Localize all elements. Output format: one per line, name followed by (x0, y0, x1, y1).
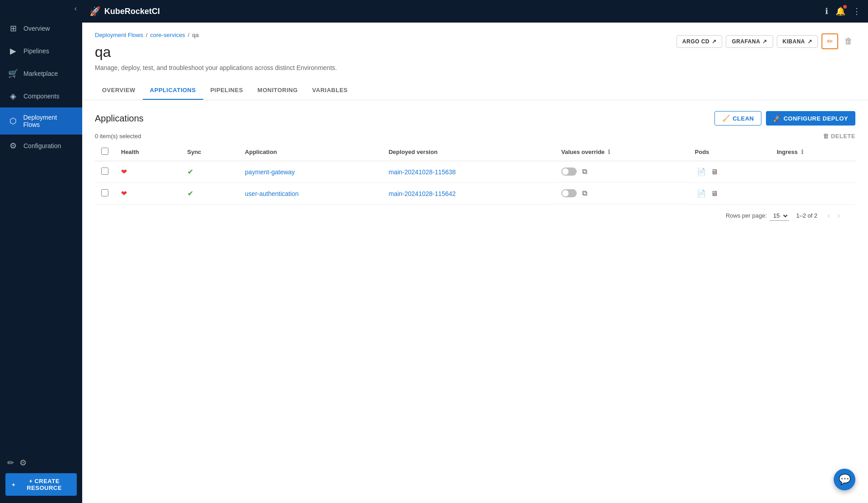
health-icon: ❤ (121, 190, 127, 197)
configure-deploy-button[interactable]: 🚀 CONFIGURE DEPLOY (766, 111, 855, 126)
edit-button[interactable]: ✏ (821, 33, 838, 49)
col-ingress: Ingress ℹ (770, 143, 855, 161)
rows-per-page-select[interactable]: 15 25 50 (770, 211, 789, 221)
clean-button[interactable]: 🧹 CLEAN (714, 111, 762, 126)
section-title: Applications (95, 113, 144, 124)
broom-icon: 🧹 (722, 115, 730, 122)
page-header: Deployment Flows / core-services / qa qa… (82, 23, 868, 79)
pods-terminal-icon[interactable]: 🖥 (709, 189, 720, 199)
application-link[interactable]: user-authentication (245, 190, 299, 197)
deployed-version-link[interactable]: main-20241028-115642 (388, 190, 456, 197)
deployment-flows-icon: ⬡ (8, 116, 18, 126)
header-row: Deployment Flows / core-services / qa qa… (95, 32, 855, 79)
applications-table: Health Sync Application Deployed version… (95, 143, 855, 205)
tab-overview[interactable]: OVERVIEW (95, 81, 143, 100)
breadcrumb-core-services[interactable]: core-services (150, 32, 185, 38)
select-all-checkbox[interactable] (101, 148, 108, 155)
rows-per-page: Rows per page: 15 25 50 (726, 211, 789, 221)
values-override-info-icon[interactable]: ℹ (608, 149, 610, 155)
pods-file-icon[interactable]: 📄 (695, 167, 708, 177)
sidebar-item-label: Marketplace (23, 70, 58, 77)
create-resource-button[interactable]: + + CREATE RESOURCE (5, 473, 77, 496)
sidebar-item-overview[interactable]: ⊞ Overview (0, 17, 82, 40)
delete-action[interactable]: 🗑 DELETE (823, 133, 855, 140)
sidebar-item-components[interactable]: ◈ Components (0, 85, 82, 107)
sidebar: ‹ ⊞ Overview ▶ Pipelines 🛒 Marketplace ◈… (0, 0, 82, 503)
grafana-button[interactable]: GRAFANA ↗ (726, 35, 773, 48)
row-checkbox[interactable] (101, 168, 108, 175)
notification-dot (843, 5, 847, 9)
col-sync: Sync (181, 143, 239, 161)
sidebar-item-configuration[interactable]: ⚙ Configuration (0, 135, 82, 157)
deployed-version-link[interactable]: main-20241028-115638 (388, 168, 456, 176)
external-link-icon: ↗ (807, 38, 812, 45)
selection-bar: 0 item(s) selected 🗑 DELETE (95, 133, 855, 140)
ingress-info-icon[interactable]: ℹ (801, 149, 803, 155)
kibana-button[interactable]: KIBANA ↗ (777, 35, 818, 48)
sidebar-item-label: Pipelines (23, 47, 49, 55)
sidebar-collapse-button[interactable]: ‹ (0, 0, 82, 17)
rocket-icon: 🚀 (89, 6, 101, 17)
pods-terminal-icon[interactable]: 🖥 (709, 167, 720, 177)
col-application: Application (238, 143, 382, 161)
sidebar-item-label: Overview (23, 25, 50, 32)
page-title: qa (95, 44, 337, 61)
main-layout: 🚀 KubeRocketCI ℹ 🔔 ⋮ Deployment Flows / … (82, 0, 868, 503)
trash-icon: 🗑 (823, 133, 829, 140)
sidebar-item-label: Components (23, 93, 59, 100)
tab-variables[interactable]: VARIABLES (305, 81, 355, 100)
header-actions: ARGO CD ↗ GRAFANA ↗ KIBANA ↗ ✏ 🗑 (677, 33, 855, 49)
external-link-icon: ↗ (762, 38, 767, 45)
notification-button[interactable]: 🔔 (835, 6, 845, 16)
chat-fab-button[interactable]: 💬 (834, 469, 855, 490)
prev-page-button[interactable]: ‹ (825, 210, 833, 221)
values-override-external-link[interactable]: ⧉ (580, 167, 589, 177)
header-left: Deployment Flows / core-services / qa qa… (95, 32, 337, 79)
applications-section: Applications 🧹 CLEAN 🚀 CONFIGURE DEPLOY … (82, 100, 868, 238)
delete-button[interactable]: 🗑 (842, 34, 855, 49)
edit-icon[interactable]: ✏ (7, 458, 14, 468)
argo-cd-button[interactable]: ARGO CD ↗ (677, 35, 723, 48)
plus-icon: + (12, 481, 15, 488)
components-icon: ◈ (8, 91, 18, 101)
marketplace-icon: 🛒 (8, 69, 18, 79)
selection-count: 0 item(s) selected (95, 133, 141, 140)
sidebar-item-deployment-flows[interactable]: ⬡ Deployment Flows (0, 107, 82, 135)
sidebar-item-pipelines[interactable]: ▶ Pipelines (0, 40, 82, 62)
pods-file-icon[interactable]: 📄 (695, 188, 708, 199)
breadcrumb-current: qa (192, 32, 198, 38)
sidebar-item-marketplace[interactable]: 🛒 Marketplace (0, 62, 82, 85)
section-header: Applications 🧹 CLEAN 🚀 CONFIGURE DEPLOY (95, 111, 855, 126)
table-row: ❤ ✔ user-authentication main-20241028-11… (95, 183, 855, 205)
col-values-override: Values override ℹ (555, 143, 689, 161)
values-override-external-link[interactable]: ⧉ (580, 188, 589, 198)
sync-icon: ✔ (187, 168, 193, 176)
application-link[interactable]: payment-gateway (245, 168, 295, 176)
more-menu-button[interactable]: ⋮ (853, 6, 861, 16)
col-health: Health (115, 143, 181, 161)
page-nav: ‹ › (825, 210, 843, 221)
breadcrumb-deployment-flows[interactable]: Deployment Flows (95, 32, 143, 38)
col-deployed-version: Deployed version (382, 143, 555, 161)
pipelines-icon: ▶ (8, 46, 18, 56)
next-page-button[interactable]: › (835, 210, 843, 221)
configuration-icon: ⚙ (8, 141, 18, 151)
tabs: OVERVIEW APPLICATIONS PIPELINES MONITORI… (82, 81, 868, 100)
tab-pipelines[interactable]: PIPELINES (203, 81, 250, 100)
row-checkbox[interactable] (101, 189, 108, 196)
topbar-icons: ℹ 🔔 ⋮ (825, 6, 861, 16)
table-row: ❤ ✔ payment-gateway main-20241028-115638… (95, 161, 855, 183)
info-button[interactable]: ℹ (825, 6, 828, 16)
app-name: KubeRocketCI (104, 7, 160, 16)
table-body: ❤ ✔ payment-gateway main-20241028-115638… (95, 161, 855, 205)
external-link-icon: ↗ (712, 38, 717, 45)
overview-icon: ⊞ (8, 23, 18, 33)
settings-icon[interactable]: ⚙ (19, 458, 27, 468)
values-override-toggle[interactable] (561, 168, 577, 176)
page-info: 1–2 of 2 (796, 212, 817, 219)
values-override-toggle[interactable] (561, 189, 577, 197)
tab-applications[interactable]: APPLICATIONS (143, 81, 203, 100)
sync-icon: ✔ (187, 190, 193, 197)
tab-monitoring[interactable]: MONITORING (250, 81, 305, 100)
health-icon: ❤ (121, 168, 127, 176)
